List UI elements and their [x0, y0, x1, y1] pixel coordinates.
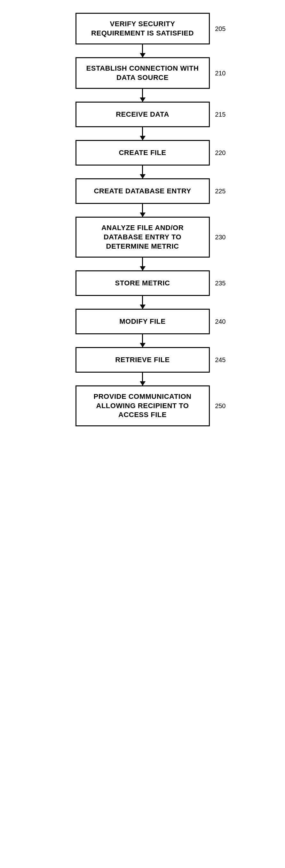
arrow-1 [142, 44, 143, 57]
arrow-2 [142, 89, 143, 102]
box-220: CREATE FILE [76, 140, 210, 165]
arrow-9 [142, 373, 143, 385]
arrow-7 [142, 296, 143, 309]
box-245: RETRIEVE FILE [76, 347, 210, 373]
label-240: 240 [215, 318, 226, 326]
step-225: CREATE DATABASE ENTRY 225 [47, 178, 238, 204]
arrow-3 [142, 127, 143, 140]
arrow-4 [142, 165, 143, 178]
label-245: 245 [215, 356, 226, 364]
flowchart: VERIFY SECURITY REQUIREMENT IS SATISFIED… [47, 13, 238, 855]
step-205: VERIFY SECURITY REQUIREMENT IS SATISFIED… [47, 13, 238, 44]
box-225-text: CREATE DATABASE ENTRY [94, 187, 191, 196]
label-225: 225 [215, 188, 226, 195]
step-210: ESTABLISH CONNECTION WITH DATA SOURCE 21… [47, 57, 238, 89]
box-210: ESTABLISH CONNECTION WITH DATA SOURCE [76, 57, 210, 89]
arrow-6 [142, 257, 143, 270]
box-210-text: ESTABLISH CONNECTION WITH DATA SOURCE [83, 64, 202, 82]
box-205: VERIFY SECURITY REQUIREMENT IS SATISFIED [76, 13, 210, 44]
step-235: STORE METRIC 235 [47, 270, 238, 296]
step-240: MODIFY FILE 240 [47, 309, 238, 334]
box-240: MODIFY FILE [76, 309, 210, 334]
step-230: ANALYZE FILE AND/OR DATABASE ENTRY TO DE… [47, 217, 238, 257]
box-250: PROVIDE COMMUNICATION ALLOWING RECIPIENT… [76, 385, 210, 426]
box-225: CREATE DATABASE ENTRY [76, 178, 210, 204]
label-220: 220 [215, 149, 226, 157]
label-205: 205 [215, 25, 226, 32]
box-230-text: ANALYZE FILE AND/OR DATABASE ENTRY TO DE… [83, 223, 202, 251]
box-240-text: MODIFY FILE [119, 317, 165, 326]
step-220: CREATE FILE 220 [47, 140, 238, 165]
label-250: 250 [215, 402, 226, 410]
step-250: PROVIDE COMMUNICATION ALLOWING RECIPIENT… [47, 385, 238, 426]
box-205-text: VERIFY SECURITY REQUIREMENT IS SATISFIED [83, 20, 202, 38]
arrow-5 [142, 204, 143, 217]
step-245: RETRIEVE FILE 245 [47, 347, 238, 373]
label-215: 215 [215, 111, 226, 118]
box-245-text: RETRIEVE FILE [115, 355, 170, 365]
arrow-8 [142, 334, 143, 347]
box-220-text: CREATE FILE [119, 148, 166, 158]
box-250-text: PROVIDE COMMUNICATION ALLOWING RECIPIENT… [83, 392, 202, 420]
box-230: ANALYZE FILE AND/OR DATABASE ENTRY TO DE… [76, 217, 210, 257]
label-235: 235 [215, 280, 226, 287]
box-235-text: STORE METRIC [115, 279, 170, 288]
box-215-text: RECEIVE DATA [116, 110, 169, 119]
box-235: STORE METRIC [76, 270, 210, 296]
step-215: RECEIVE DATA 215 [47, 102, 238, 127]
box-215: RECEIVE DATA [76, 102, 210, 127]
label-210: 210 [215, 69, 226, 77]
label-230: 230 [215, 234, 226, 241]
